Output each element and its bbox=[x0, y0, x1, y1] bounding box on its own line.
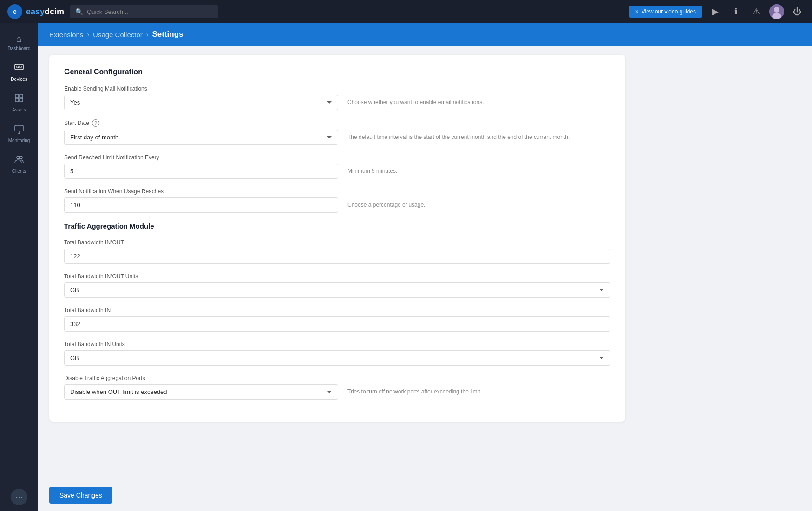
enable-mail-label: Enable Sending Mail Notifications bbox=[64, 85, 610, 92]
total-bw-inout-input[interactable] bbox=[64, 249, 610, 264]
sidebar: ⌂ Dashboard Devices A bbox=[0, 23, 38, 511]
svg-point-14 bbox=[20, 156, 22, 159]
breadcrumb-current: Settings bbox=[152, 30, 183, 39]
disable-ports-select[interactable]: Disable when OUT limit is exceeded Disab… bbox=[64, 384, 338, 400]
total-bw-inout-label: Total Bandwidth IN/OUT bbox=[64, 239, 610, 246]
total-bw-inout-units-select[interactable]: GB TB MB bbox=[64, 282, 610, 298]
close-icon: × bbox=[635, 8, 639, 15]
notification-every-label: Send Reached Limit Notification Every bbox=[64, 154, 610, 161]
sidebar-item-assets[interactable]: Assets bbox=[3, 88, 35, 117]
notification-every-row: Minimum 5 minutes. bbox=[64, 164, 610, 179]
svg-rect-7 bbox=[20, 94, 23, 98]
start-date-row: First day of month Custom date The defau… bbox=[64, 130, 610, 145]
svg-rect-8 bbox=[15, 98, 19, 102]
svg-rect-5 bbox=[20, 66, 21, 68]
breadcrumb-extensions[interactable]: Extensions bbox=[49, 31, 83, 39]
usage-reaches-input[interactable] bbox=[64, 197, 338, 213]
start-date-select[interactable]: First day of month Custom date bbox=[64, 130, 338, 145]
alert-icon-button[interactable]: ⚠ bbox=[749, 4, 764, 19]
svg-rect-4 bbox=[17, 66, 19, 68]
search-input[interactable] bbox=[87, 8, 213, 15]
search-icon: 🔍 bbox=[75, 8, 83, 15]
disable-ports-label: Disable Traffic Aggregation Ports bbox=[64, 375, 610, 381]
settings-form-card: General Configuration Enable Sending Mai… bbox=[49, 55, 625, 422]
total-bw-in-units-input-wrap: GB TB MB bbox=[64, 350, 610, 366]
enable-mail-group: Enable Sending Mail Notifications Yes No… bbox=[64, 85, 610, 110]
usage-reaches-row: Choose a percentage of usage. bbox=[64, 197, 610, 213]
enable-mail-hint: Choose whether you want to enable email … bbox=[347, 99, 610, 110]
total-bw-inout-units-input-wrap: GB TB MB bbox=[64, 282, 610, 298]
breadcrumb-usage-collector[interactable]: Usage Collector bbox=[93, 31, 143, 39]
nav-right: × View our video guides ▶ ℹ ⚠ ⏻ bbox=[629, 4, 805, 19]
start-date-group: Start Date ? First day of month Custom d… bbox=[64, 119, 610, 145]
svg-point-1 bbox=[774, 7, 779, 13]
total-bw-inout-group: Total Bandwidth IN/OUT bbox=[64, 239, 610, 264]
disable-ports-row: Disable when OUT limit is exceeded Disab… bbox=[64, 384, 610, 400]
sidebar-item-clients-label: Clients bbox=[12, 169, 26, 174]
notification-every-input[interactable] bbox=[64, 164, 338, 179]
breadcrumb-separator-1: › bbox=[87, 31, 89, 38]
save-changes-button[interactable]: Save Changes bbox=[49, 487, 112, 504]
top-navbar: e easydcim 🔍 × View our video guides ▶ ℹ… bbox=[0, 0, 812, 23]
sidebar-item-dashboard-label: Dashboard bbox=[8, 46, 31, 51]
bottom-actions: Save Changes bbox=[38, 476, 812, 511]
total-bw-in-units-group: Total Bandwidth IN Units GB TB MB bbox=[64, 341, 610, 366]
total-bw-in-units-label: Total Bandwidth IN Units bbox=[64, 341, 610, 347]
assets-icon bbox=[14, 93, 24, 105]
play-icon-button[interactable]: ▶ bbox=[708, 4, 723, 19]
start-date-help-icon[interactable]: ? bbox=[92, 119, 99, 127]
breadcrumb-separator-2: › bbox=[146, 31, 149, 38]
enable-mail-input-wrap: Yes No bbox=[64, 95, 338, 110]
total-bw-in-units-select[interactable]: GB TB MB bbox=[64, 350, 610, 366]
notification-every-input-wrap bbox=[64, 164, 338, 179]
svg-point-13 bbox=[17, 156, 20, 159]
devices-icon bbox=[14, 62, 24, 75]
enable-mail-row: Yes No Choose whether you want to enable… bbox=[64, 95, 610, 110]
logo: e easydcim bbox=[7, 4, 64, 19]
clients-icon bbox=[14, 154, 24, 167]
sidebar-item-monitoring[interactable]: Monitoring bbox=[3, 119, 35, 148]
search-bar[interactable]: 🔍 bbox=[70, 5, 218, 18]
usage-reaches-label: Send Notification When Usage Reaches bbox=[64, 188, 610, 195]
video-guide-button[interactable]: × View our video guides bbox=[629, 6, 702, 18]
disable-ports-group: Disable Traffic Aggregation Ports Disabl… bbox=[64, 375, 610, 400]
content-area: Extensions › Usage Collector › Settings … bbox=[38, 23, 812, 511]
info-icon-button[interactable]: ℹ bbox=[728, 4, 743, 19]
avatar[interactable] bbox=[769, 4, 784, 19]
start-date-label: Start Date ? bbox=[64, 119, 610, 127]
sidebar-item-clients[interactable]: Clients bbox=[3, 150, 35, 178]
sidebar-item-assets-label: Assets bbox=[12, 107, 26, 112]
notification-every-hint: Minimum 5 minutes. bbox=[347, 168, 610, 179]
more-dots-icon: ··· bbox=[15, 492, 22, 502]
dashboard-icon: ⌂ bbox=[16, 33, 22, 44]
traffic-aggregation-title: Traffic Aggregation Module bbox=[64, 222, 610, 230]
usage-reaches-input-wrap bbox=[64, 197, 338, 213]
general-config-title: General Configuration bbox=[64, 68, 610, 76]
enable-mail-select[interactable]: Yes No bbox=[64, 95, 338, 110]
total-bw-in-label: Total Bandwidth IN bbox=[64, 307, 610, 314]
disable-ports-hint: Tries to turn off network ports after ex… bbox=[347, 388, 610, 400]
total-bw-inout-units-group: Total Bandwidth IN/OUT Units GB TB MB bbox=[64, 273, 610, 298]
sidebar-item-monitoring-label: Monitoring bbox=[8, 138, 30, 143]
sidebar-item-dashboard[interactable]: ⌂ Dashboard bbox=[3, 29, 35, 56]
total-bw-in-input[interactable] bbox=[64, 316, 610, 332]
usage-reaches-hint: Choose a percentage of usage. bbox=[347, 202, 610, 213]
svg-rect-3 bbox=[15, 64, 23, 70]
sidebar-item-devices-label: Devices bbox=[11, 77, 27, 82]
video-guide-label: View our video guides bbox=[642, 8, 696, 15]
main-layout: ⌂ Dashboard Devices A bbox=[0, 23, 812, 511]
logo-icon: e bbox=[7, 4, 22, 19]
total-bw-inout-input-wrap bbox=[64, 249, 610, 264]
monitoring-icon bbox=[14, 124, 24, 136]
sidebar-item-devices[interactable]: Devices bbox=[3, 58, 35, 86]
svg-rect-10 bbox=[15, 125, 23, 131]
svg-rect-9 bbox=[20, 98, 23, 102]
disable-ports-input-wrap: Disable when OUT limit is exceeded Disab… bbox=[64, 384, 338, 400]
start-date-input-wrap: First day of month Custom date bbox=[64, 130, 338, 145]
total-bw-inout-units-label: Total Bandwidth IN/OUT Units bbox=[64, 273, 610, 280]
more-menu-button[interactable]: ··· bbox=[11, 489, 27, 505]
total-bw-in-group: Total Bandwidth IN bbox=[64, 307, 610, 332]
breadcrumb: Extensions › Usage Collector › Settings bbox=[38, 23, 812, 46]
power-icon-button[interactable]: ⏻ bbox=[790, 4, 805, 19]
start-date-hint: The default time interval is the start o… bbox=[347, 134, 610, 145]
